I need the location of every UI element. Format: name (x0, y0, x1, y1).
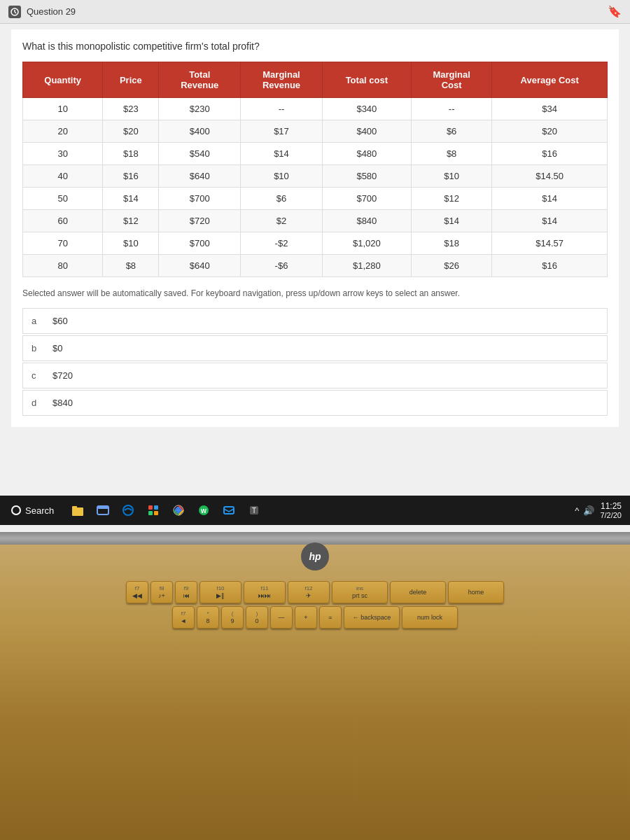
instruction-text: Selected answer will be automatically sa… (22, 288, 608, 298)
hp-logo: hp (301, 542, 329, 570)
taskbar-app7[interactable] (218, 499, 240, 522)
answer-row-c[interactable]: c $720 (22, 363, 608, 388)
answer-letter-b: b (31, 343, 41, 354)
taskbar: Search (0, 496, 630, 525)
col-header-marginal-cost: MarginalCost (411, 62, 492, 98)
taskbar-app4[interactable] (142, 499, 164, 522)
keyboard-fn-row: f7◀◀ f8♪+ f9⏮ f10▶‖ f11⏭⏭ f12✈ insprt sc… (14, 581, 616, 603)
table-row: 50$14$700$6$700$12$14 (23, 188, 608, 210)
table-row: 70$10$700-$2$1,020$18$14.57 (23, 232, 608, 255)
table-row: 60$12$720$2$840$14$14 (23, 210, 608, 232)
question-text: What is this monopolistic competitive fi… (22, 41, 608, 52)
answer-row-d[interactable]: d $840 (22, 390, 608, 416)
answer-row-a[interactable]: a $60 (22, 308, 608, 334)
svg-text:T: T (252, 507, 256, 514)
main-content: What is this monopolistic competitive fi… (11, 29, 619, 427)
key-f7-left[interactable]: f7◄ (172, 606, 195, 629)
key-equals[interactable]: = (319, 606, 342, 629)
key-f7[interactable]: f7◀◀ (126, 581, 148, 603)
taskbar-app8[interactable]: T (243, 499, 265, 522)
data-table: Quantity Price TotalRevenue MarginalReve… (22, 62, 608, 277)
col-header-average-cost: Average Cost (492, 62, 608, 98)
key-paren-open[interactable]: (9 (221, 606, 244, 629)
svg-text:w: w (200, 507, 206, 514)
col-header-price: Price (103, 62, 159, 98)
taskbar-right: ^ 🔊 11:25 7/2/20 (575, 501, 627, 519)
taskbar-file-explorer[interactable] (66, 499, 89, 522)
date-text: 7/2/20 (600, 511, 622, 519)
answer-letter-d: d (31, 398, 41, 408)
title-bar: Question 29 🔖 (0, 0, 630, 24)
table-row: 30$18$540$14$480$8$16 (23, 143, 608, 165)
svg-rect-6 (97, 506, 108, 509)
svg-rect-11 (154, 511, 158, 515)
system-tray: ^ 🔊 (575, 505, 594, 516)
key-plus[interactable]: + (295, 606, 317, 629)
col-header-marginal-revenue: MarginalRevenue (241, 62, 323, 98)
key-f12[interactable]: f12✈ (288, 581, 330, 603)
search-icon (11, 505, 21, 515)
taskbar-icons: w T (66, 499, 265, 522)
key-f9[interactable]: f9⏮ (175, 581, 197, 603)
answer-row-b[interactable]: b $0 (22, 335, 608, 361)
taskbar-chrome[interactable] (167, 499, 190, 522)
key-delete[interactable]: delete (390, 581, 446, 603)
time-text: 11:25 (600, 501, 622, 511)
answer-value-d: $840 (52, 398, 73, 408)
keyboard-num-row: f7◄ *8 (9 )0 — + = ← backspace num lock (14, 606, 616, 629)
key-backspace[interactable]: ← backspace (344, 606, 400, 629)
search-label: Search (25, 505, 54, 516)
key-paren-close[interactable]: )0 (246, 606, 268, 629)
table-row: 40$16$640$10$580$10$14.50 (23, 165, 608, 188)
key-f11[interactable]: f11⏭⏭ (244, 581, 286, 603)
window-title: Question 29 (27, 6, 76, 17)
search-button[interactable]: Search (3, 503, 62, 519)
screen: Question 29 🔖 What is this monopolistic … (0, 0, 630, 532)
col-header-total-revenue: TotalRevenue (159, 62, 241, 98)
clock-display[interactable]: 11:25 7/2/20 (600, 501, 622, 519)
key-prtsc[interactable]: insprt sc (332, 581, 388, 603)
col-header-total-cost: Total cost (322, 62, 411, 98)
answer-letter-c: c (31, 370, 41, 381)
chevron-up-icon[interactable]: ^ (575, 505, 579, 516)
taskbar-browser[interactable] (92, 499, 114, 522)
key-f10[interactable]: f10▶‖ (200, 581, 241, 603)
window-icon (8, 6, 21, 18)
key-numlock[interactable]: num lock (402, 606, 458, 629)
col-header-quantity: Quantity (23, 62, 103, 98)
svg-point-14 (176, 508, 181, 512)
answer-options: a $60 b $0 c $720 d $840 (22, 308, 608, 416)
hp-logo-text: hp (309, 551, 321, 562)
answer-value-b: $0 (52, 343, 62, 354)
svg-line-2 (15, 12, 16, 13)
keyboard-area: f7◀◀ f8♪+ f9⏮ f10▶‖ f11⏭⏭ f12✈ insprt sc… (0, 574, 630, 638)
key-dash[interactable]: — (270, 606, 293, 629)
bookmark-icon[interactable]: 🔖 (608, 5, 622, 18)
taskbar-edge[interactable] (117, 499, 139, 522)
svg-rect-8 (148, 505, 153, 510)
svg-rect-10 (148, 511, 153, 515)
answer-value-c: $720 (52, 370, 73, 381)
answer-value-a: $60 (52, 316, 68, 326)
table-row: 20$20$400$17$400$6$20 (23, 120, 608, 143)
taskbar-app6[interactable]: w (192, 499, 215, 522)
speaker-icon[interactable]: 🔊 (583, 505, 594, 516)
svg-rect-4 (72, 506, 77, 509)
key-home[interactable]: home (448, 581, 504, 603)
svg-rect-9 (154, 505, 158, 510)
key-asterisk[interactable]: *8 (197, 606, 219, 629)
table-row: 10$23$230--$340--$34 (23, 98, 608, 120)
answer-letter-a: a (31, 316, 41, 326)
key-f8[interactable]: f8♪+ (150, 581, 173, 603)
table-row: 80$8$640-$6$1,280$26$16 (23, 255, 608, 277)
